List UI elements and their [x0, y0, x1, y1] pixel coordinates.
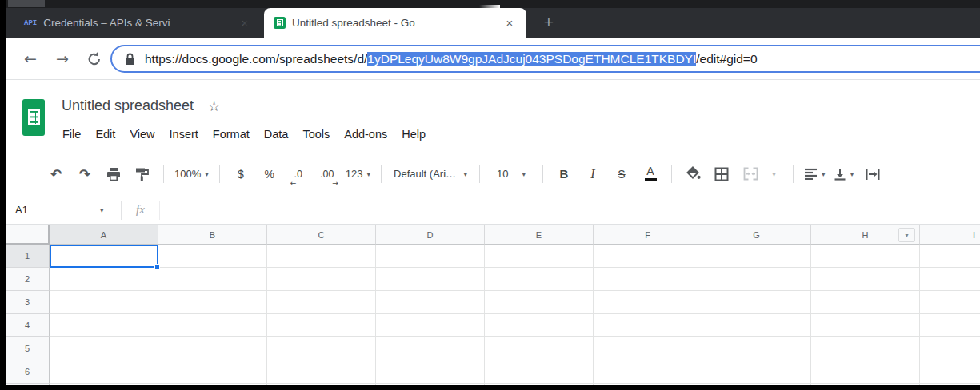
menu-view[interactable]: View — [122, 125, 162, 143]
cell[interactable] — [594, 360, 702, 384]
column-header-i[interactable]: I — [920, 225, 980, 245]
menu-tools[interactable]: Tools — [295, 125, 337, 143]
cell[interactable] — [811, 314, 920, 337]
cell[interactable] — [376, 291, 485, 314]
menu-data[interactable]: Data — [257, 125, 296, 143]
fill-handle[interactable] — [154, 264, 160, 269]
merge-cells-icon[interactable] — [740, 164, 761, 185]
row-header-1[interactable]: 1 — [6, 245, 50, 268]
cell[interactable] — [267, 245, 376, 268]
print-icon[interactable] — [103, 164, 124, 185]
cell[interactable] — [50, 337, 158, 360]
redo-icon[interactable]: ↷ — [74, 164, 95, 185]
cell[interactable] — [920, 291, 980, 314]
cell[interactable] — [376, 314, 485, 337]
name-box[interactable]: A1 — [6, 204, 100, 216]
cell[interactable] — [811, 245, 920, 268]
cell[interactable] — [485, 360, 594, 384]
undo-icon[interactable]: ↶ — [46, 164, 66, 185]
back-icon[interactable]: ← — [20, 49, 41, 70]
cell[interactable] — [702, 314, 811, 337]
menu-help[interactable]: Help — [394, 125, 433, 143]
paint-format-icon[interactable] — [132, 164, 153, 185]
italic-button[interactable]: I — [582, 164, 603, 185]
more-formats-button[interactable]: 123▾ — [346, 164, 370, 185]
menu-file[interactable]: File — [55, 125, 88, 143]
cell[interactable] — [376, 245, 485, 268]
tab-spreadsheet[interactable]: Untitled spreadsheet - Go × — [264, 8, 526, 38]
cell[interactable] — [158, 245, 267, 268]
omnibox[interactable]: https://docs.google.com/spreadsheets/d/1… — [110, 45, 980, 73]
fill-color-icon[interactable] — [682, 164, 703, 185]
cell[interactable] — [594, 268, 702, 291]
cell-a1-selected[interactable] — [50, 245, 158, 268]
column-header-b[interactable]: B — [158, 225, 267, 245]
cell[interactable] — [702, 291, 811, 314]
row-header-4[interactable]: 4 — [6, 314, 50, 337]
cell[interactable] — [594, 314, 702, 337]
new-tab-button[interactable]: + — [538, 11, 560, 34]
horizontal-align-icon[interactable]: ▾ — [804, 164, 826, 185]
row-header-5[interactable]: 5 — [6, 337, 50, 360]
column-header-c[interactable]: C — [267, 225, 376, 245]
menu-add-ons[interactable]: Add-ons — [337, 125, 394, 143]
font-select[interactable]: Default (Ari…▾ — [392, 164, 469, 185]
vertical-align-icon[interactable]: ▾ — [834, 164, 854, 185]
cell[interactable] — [158, 360, 267, 384]
format-percent-button[interactable]: % — [259, 164, 280, 185]
cell[interactable] — [158, 337, 267, 360]
column-header-e[interactable]: E — [485, 225, 594, 245]
cell[interactable] — [267, 268, 376, 291]
merge-cells-dropdown[interactable]: ▾ — [762, 164, 782, 185]
select-all-corner[interactable] — [6, 225, 50, 245]
cell[interactable] — [920, 314, 980, 337]
cell[interactable] — [50, 291, 158, 314]
column-header-h[interactable]: H ▾ — [811, 225, 920, 245]
column-header-f[interactable]: F — [594, 225, 702, 245]
cell[interactable] — [920, 245, 980, 268]
cell[interactable] — [594, 337, 702, 360]
url-text[interactable]: https://docs.google.com/spreadsheets/d/1… — [145, 52, 758, 66]
cell[interactable] — [594, 245, 702, 268]
column-header-a[interactable]: A — [50, 225, 158, 245]
close-icon[interactable]: × — [502, 16, 517, 30]
cell[interactable] — [376, 360, 485, 384]
borders-icon[interactable] — [711, 164, 732, 185]
star-icon[interactable]: ☆ — [208, 98, 220, 114]
text-wrap-icon[interactable] — [862, 164, 883, 185]
reload-icon[interactable] — [84, 49, 105, 70]
cell[interactable] — [485, 245, 594, 268]
decrease-decimal-button[interactable]: .0← — [288, 164, 309, 185]
cell[interactable] — [485, 291, 594, 314]
cell[interactable] — [702, 268, 811, 291]
cell[interactable] — [267, 337, 376, 360]
cell[interactable] — [158, 314, 267, 337]
text-color-button[interactable]: A — [640, 164, 661, 185]
cell[interactable] — [811, 268, 920, 291]
format-currency-button[interactable]: $ — [230, 164, 251, 185]
row-header-2[interactable]: 2 — [6, 268, 50, 291]
cell[interactable] — [811, 337, 920, 360]
increase-decimal-button[interactable]: .00→ — [317, 164, 338, 185]
column-header-g[interactable]: G — [702, 225, 811, 245]
row-header-3[interactable]: 3 — [6, 291, 50, 314]
cell[interactable] — [50, 268, 158, 291]
cell[interactable] — [702, 337, 811, 360]
font-size-select[interactable]: 10▾ — [490, 164, 532, 185]
cell[interactable] — [50, 360, 158, 384]
cell[interactable] — [376, 337, 485, 360]
column-header-d[interactable]: D — [376, 225, 485, 245]
cell[interactable] — [158, 268, 267, 291]
cell[interactable] — [920, 337, 980, 360]
cell[interactable] — [920, 268, 980, 291]
cell[interactable] — [485, 314, 594, 337]
cell[interactable] — [702, 360, 811, 384]
cell[interactable] — [158, 291, 267, 314]
menu-format[interactable]: Format — [206, 125, 257, 143]
cell[interactable] — [485, 337, 594, 360]
zoom-select[interactable]: 100%▾ — [174, 164, 209, 185]
cell[interactable] — [376, 268, 485, 291]
tab-credentials[interactable]: API Credentials – APIs & Servi × — [16, 8, 260, 38]
row-header-6[interactable]: 6 — [6, 360, 50, 384]
forward-icon[interactable]: → — [52, 49, 73, 70]
